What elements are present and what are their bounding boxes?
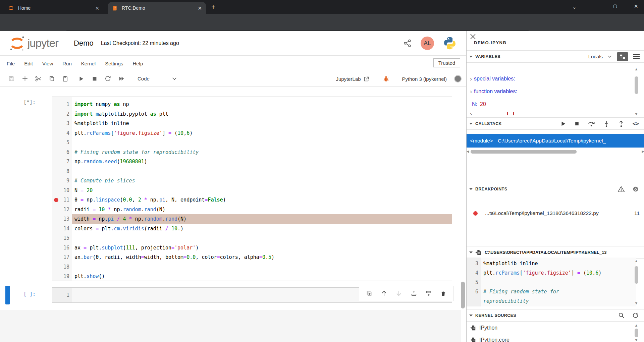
delete-cell-icon[interactable] xyxy=(440,290,446,297)
scroll-up-icon[interactable]: ▲ xyxy=(635,67,638,71)
tree-view-button[interactable] xyxy=(617,52,628,61)
trusted-button[interactable]: Trusted xyxy=(433,58,460,67)
table-view-icon[interactable] xyxy=(633,54,640,59)
gutter-line[interactable]: 3 xyxy=(52,119,72,128)
variable-tree-item[interactable]: ›function variables: xyxy=(470,85,517,98)
code-cell[interactable]: 12345678910111213141516171819 import num… xyxy=(52,97,452,281)
source-scrollbar[interactable]: ▲ ▼ xyxy=(634,259,639,305)
search-icon[interactable] xyxy=(618,312,625,319)
share-notebook-icon[interactable] xyxy=(403,39,412,48)
gutter-line[interactable]: 15 xyxy=(52,233,72,243)
gutter-line[interactable]: 7 xyxy=(52,157,72,167)
code-line[interactable] xyxy=(72,233,452,243)
variables-scrollbar[interactable]: ▲ ▼ xyxy=(634,67,639,116)
code-line[interactable]: radii = 10 * np.random.rand(N) xyxy=(72,205,452,215)
gutter-line[interactable]: 8 xyxy=(52,167,72,176)
cut-cells-button[interactable] xyxy=(32,73,45,84)
gutter-line[interactable]: 13 xyxy=(52,214,72,224)
scroll-down-icon[interactable]: ▼ xyxy=(635,301,638,305)
restart-kernel-button[interactable] xyxy=(101,73,115,84)
gutter-line[interactable]: 2 xyxy=(52,109,72,119)
gutter-line[interactable]: 16 xyxy=(52,243,72,253)
scope-chevron-icon[interactable] xyxy=(607,54,612,59)
menu-run[interactable]: Run xyxy=(58,59,76,68)
code-line[interactable]: ax = plt.subplot(111, projection='polar'… xyxy=(72,243,452,253)
scroll-up-icon[interactable]: ▲ xyxy=(635,259,638,263)
scroll-up-icon[interactable]: ▲ xyxy=(635,323,638,327)
code-line[interactable]: ax.bar(θ, radii, width=width, bottom=0.0… xyxy=(72,252,452,262)
open-in-jupyterlab-link[interactable]: JupyterLab xyxy=(336,76,369,82)
callstack-frame-selected[interactable]: <module> C:\Users\orect\AppData\Local\Te… xyxy=(467,134,644,148)
cell-type-dropdown[interactable]: Code xyxy=(138,76,150,81)
move-cell-up-icon[interactable] xyxy=(381,290,387,297)
menu-kernel[interactable]: Kernel xyxy=(76,59,100,68)
kernel-name[interactable]: Python 3 (ipykernel) xyxy=(402,76,447,82)
code-line[interactable] xyxy=(72,167,452,176)
expand-chevron-icon[interactable]: › xyxy=(470,75,472,82)
gutter-line[interactable]: 17 xyxy=(52,252,72,262)
gutter-line[interactable]: 19 xyxy=(52,272,72,281)
step-in-icon[interactable] xyxy=(603,120,610,127)
gutter-line[interactable]: 6 xyxy=(52,148,72,157)
code-line[interactable]: plt.show() xyxy=(72,272,452,281)
callstack-section-header[interactable]: CALLSTACK <> xyxy=(467,117,644,130)
kernel-source-item[interactable]: IPython.core xyxy=(467,334,636,342)
tab-home[interactable]: Home ✕ xyxy=(3,2,104,14)
duplicate-cell-icon[interactable] xyxy=(366,290,373,297)
cell1-lines[interactable]: import numpy as npimport matplotlib.pypl… xyxy=(72,97,452,281)
gutter-line[interactable]: 14 xyxy=(52,224,72,234)
user-avatar[interactable]: AL xyxy=(421,37,434,50)
window-maximize-icon[interactable]: ▢ xyxy=(613,3,617,8)
menu-settings[interactable]: Settings xyxy=(100,59,128,68)
code-line[interactable]: plt.rcParams['figure.figsize'] = (10,6) xyxy=(72,128,452,138)
breakpoints-section-header[interactable]: BREAKPOINTS xyxy=(467,183,644,195)
menu-help[interactable]: Help xyxy=(128,59,148,68)
gutter-line[interactable]: 4 xyxy=(52,128,72,138)
code-line[interactable]: np.random.seed(19680801) xyxy=(72,157,452,167)
code-line[interactable]: import matplotlib.pyplot as plt xyxy=(72,109,452,119)
insert-cell-button[interactable] xyxy=(18,73,32,84)
step-over-icon[interactable] xyxy=(588,120,595,127)
kernel-status-indicator[interactable] xyxy=(454,75,462,82)
evaluate-code-icon[interactable]: <> xyxy=(633,120,639,127)
run-cell-button[interactable] xyxy=(74,73,88,84)
close-panel-icon[interactable] xyxy=(469,33,477,40)
insert-cell-above-icon[interactable] xyxy=(411,290,417,297)
expand-chevron-icon[interactable]: › xyxy=(470,88,472,95)
code-line[interactable]: N = 20 xyxy=(72,186,452,195)
gutter-line[interactable]: 18 xyxy=(52,262,72,272)
continue-icon[interactable] xyxy=(560,121,566,127)
code-line[interactable] xyxy=(72,138,452,148)
scroll-down-icon[interactable]: ▼ xyxy=(635,338,638,342)
pause-on-exception-icon[interactable] xyxy=(618,186,625,192)
breakpoint-dot[interactable] xyxy=(54,198,58,202)
code-line[interactable]: import numpy as np xyxy=(72,100,452,109)
cell-type-chevron-icon[interactable] xyxy=(172,76,177,81)
callstack-hscrollbar[interactable]: ◀ ▶ xyxy=(467,149,644,155)
scroll-right-icon[interactable]: ▶ xyxy=(642,150,644,154)
restart-run-all-button[interactable] xyxy=(115,73,128,84)
refresh-icon[interactable] xyxy=(633,312,639,319)
menu-edit[interactable]: Edit xyxy=(19,59,38,68)
menu-file[interactable]: File xyxy=(2,59,19,68)
scope-dropdown[interactable]: Locals xyxy=(588,54,603,59)
save-button[interactable] xyxy=(5,73,18,84)
kernel-sources-scrollbar[interactable]: ▲ ▼ xyxy=(634,323,639,342)
interrupt-kernel-button[interactable] xyxy=(88,73,101,84)
kernel-source-item[interactable]: IPython xyxy=(467,322,636,334)
paste-cells-button[interactable] xyxy=(58,73,72,84)
code-line[interactable]: %matplotlib inline xyxy=(72,119,452,128)
terminate-icon[interactable] xyxy=(574,121,580,126)
menu-view[interactable]: View xyxy=(38,59,58,68)
copy-cells-button[interactable] xyxy=(45,73,58,84)
notebook-title[interactable]: Demo xyxy=(74,39,94,48)
debugger-bug-icon[interactable] xyxy=(382,75,390,83)
move-cell-down-icon[interactable] xyxy=(395,290,402,297)
source-section-header[interactable]: C:\USERS\ORECT\APPDATA\LOCAL\TEMP\IPYKER… xyxy=(467,246,644,259)
open-source-file-icon[interactable] xyxy=(475,249,481,255)
variable-tree-item[interactable]: ›special variables: xyxy=(470,72,515,85)
gutter-line[interactable]: 10 xyxy=(52,186,72,195)
kernel-sources-section-header[interactable]: KERNEL SOURCES xyxy=(467,309,644,322)
code-line[interactable]: # Fixing random state for reproducibilit… xyxy=(72,148,452,157)
tab-search-chevron-icon[interactable]: ⌄ xyxy=(572,4,577,10)
